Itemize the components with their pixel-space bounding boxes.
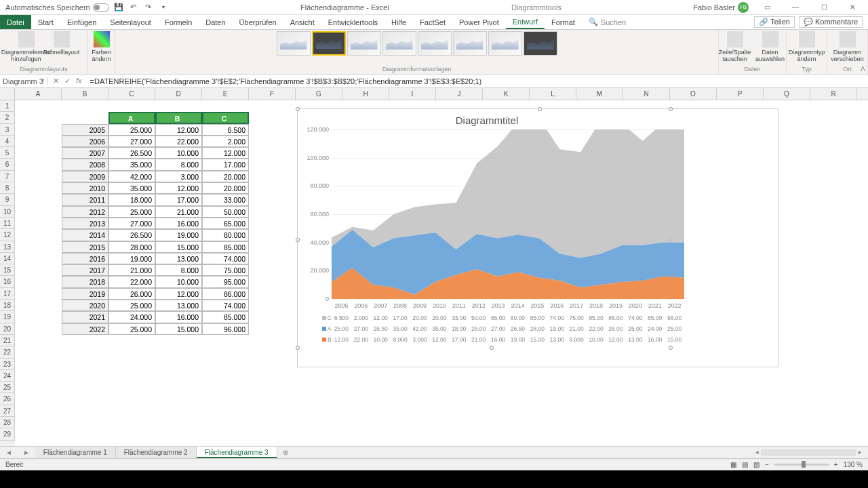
table-cell[interactable]: 12.000 <box>202 147 249 159</box>
table-cell[interactable]: 2016 <box>62 253 108 264</box>
table-cell[interactable]: 42.000 <box>108 171 155 182</box>
move-chart-button[interactable]: Diagramm verschieben <box>831 31 865 62</box>
table-cell[interactable]: 20.000 <box>202 171 249 182</box>
table-cell[interactable]: 26.000 <box>108 288 155 300</box>
table-cell[interactable]: 2013 <box>62 218 108 229</box>
table-cell[interactable]: 2007 <box>62 147 108 159</box>
row-header[interactable]: 11 <box>0 218 15 229</box>
table-cell[interactable]: 35.000 <box>108 182 155 194</box>
change-colors-button[interactable]: Farben ändern <box>85 31 119 62</box>
change-chart-type-button[interactable]: Diagrammtyp ändern <box>790 31 824 62</box>
chart-style-1[interactable] <box>277 31 311 56</box>
sheet-tab[interactable]: Flächendiagramme 2 <box>116 447 197 458</box>
table-cell[interactable]: 22.000 <box>155 136 202 147</box>
cancel-formula-icon[interactable]: ✕ <box>53 77 59 85</box>
row-header[interactable]: 13 <box>0 241 15 253</box>
table-cell[interactable]: 12.000 <box>155 182 202 194</box>
row-header[interactable]: 14 <box>0 253 15 264</box>
tab-datei[interactable]: Datei <box>0 15 31 29</box>
row-header[interactable]: 16 <box>0 276 15 287</box>
row-header[interactable]: 12 <box>0 229 15 241</box>
table-cell[interactable]: 17.000 <box>155 194 202 205</box>
table-cell[interactable]: 24.000 <box>108 311 155 323</box>
table-cell[interactable]: 27.000 <box>108 136 155 147</box>
row-header[interactable]: 25 <box>0 382 15 393</box>
name-box[interactable]: Diagramm 3 <box>0 77 47 85</box>
minimize-icon[interactable]: — <box>785 3 806 11</box>
row-header[interactable]: 7 <box>0 171 15 182</box>
table-cell[interactable]: 19.000 <box>155 229 202 241</box>
table-cell[interactable]: 27.000 <box>108 218 155 229</box>
table-cell[interactable]: 2009 <box>62 171 108 182</box>
tab-einfügen[interactable]: Einfügen <box>60 15 103 29</box>
table-cell[interactable]: 28.000 <box>108 241 155 253</box>
table-cell[interactable]: 17.000 <box>202 159 249 170</box>
table-cell[interactable]: 2019 <box>62 288 108 300</box>
sheet-tab[interactable]: Flächendiagramme 1 <box>35 447 116 458</box>
chart-style-7[interactable] <box>488 31 522 56</box>
table-cell[interactable]: 2008 <box>62 159 108 170</box>
col-header[interactable]: D <box>155 88 202 100</box>
row-header[interactable]: 28 <box>0 417 15 428</box>
table-cell[interactable]: 21.000 <box>155 206 202 218</box>
hscroll-bar[interactable] <box>761 449 856 456</box>
col-header[interactable]: I <box>389 88 436 100</box>
tab-hilfe[interactable]: Hilfe <box>384 15 413 29</box>
select-all-corner[interactable] <box>0 88 15 100</box>
table-cell[interactable]: 65.000 <box>202 218 249 229</box>
col-header[interactable]: L <box>530 88 576 100</box>
data-table[interactable]: ABC200525.00012.0006.500200627.00022.000… <box>62 112 249 335</box>
table-cell[interactable]: 8.000 <box>155 264 202 276</box>
sheet-nav-prev-icon[interactable]: ◄ <box>0 449 18 456</box>
table-cell[interactable]: 25.000 <box>108 300 155 311</box>
row-header[interactable]: 15 <box>0 264 15 276</box>
collapse-ribbon-icon[interactable]: ᐱ <box>861 65 865 73</box>
row-header[interactable]: 20 <box>0 323 15 335</box>
col-header[interactable]: N <box>623 88 670 100</box>
col-header[interactable]: Q <box>764 88 810 100</box>
table-cell[interactable]: 2018 <box>62 276 108 287</box>
switch-row-col-button[interactable]: Zeile/Spalte tauschen <box>718 31 752 62</box>
table-cell[interactable]: 85.000 <box>202 241 249 253</box>
table-cell[interactable]: 33.000 <box>202 194 249 205</box>
table-cell[interactable]: 15.000 <box>155 241 202 253</box>
col-header[interactable]: G <box>296 88 342 100</box>
zoom-level[interactable]: 130 % <box>844 461 863 468</box>
col-header[interactable]: P <box>717 88 764 100</box>
table-cell[interactable]: 2006 <box>62 136 108 147</box>
table-cell[interactable]: 12.000 <box>155 288 202 300</box>
add-sheet-icon[interactable]: ⊕ <box>277 449 294 456</box>
table-cell[interactable]: 35.000 <box>108 159 155 170</box>
table-cell[interactable]: 2005 <box>62 124 108 136</box>
autosave-toggle[interactable]: Automatisches Speichern <box>5 3 109 12</box>
chart-plot-area[interactable] <box>332 129 684 299</box>
table-cell[interactable]: 2.000 <box>202 136 249 147</box>
undo-icon[interactable]: ↶ <box>128 2 139 13</box>
row-header[interactable]: 10 <box>0 206 15 218</box>
zoom-out-icon[interactable]: − <box>765 461 769 468</box>
row-header[interactable]: 27 <box>0 405 15 417</box>
table-cell[interactable]: 16.000 <box>155 311 202 323</box>
sheet-nav-next-icon[interactable]: ► <box>18 449 35 456</box>
row-header[interactable]: 9 <box>0 194 15 205</box>
table-cell[interactable]: 2011 <box>62 194 108 205</box>
table-cell[interactable]: 15.000 <box>155 323 202 335</box>
chart-style-6[interactable] <box>453 31 487 56</box>
table-cell[interactable]: 16.000 <box>155 218 202 229</box>
table-cell[interactable]: 50.000 <box>202 206 249 218</box>
zoom-in-icon[interactable]: + <box>834 461 838 468</box>
row-header[interactable]: 2 <box>0 112 15 123</box>
hscroll-left-icon[interactable]: ◄ <box>754 449 760 455</box>
row-header[interactable]: 8 <box>0 182 15 194</box>
table-cell[interactable]: 2012 <box>62 206 108 218</box>
row-header[interactable]: 1 <box>0 100 15 112</box>
table-cell[interactable]: 12.000 <box>155 124 202 136</box>
table-cell[interactable]: 2014 <box>62 229 108 241</box>
table-cell[interactable]: 2021 <box>62 311 108 323</box>
row-header[interactable]: 6 <box>0 159 15 170</box>
table-cell[interactable]: 75.000 <box>202 264 249 276</box>
table-cell[interactable]: 2010 <box>62 182 108 194</box>
row-header[interactable]: 19 <box>0 311 15 323</box>
tab-seitenlayout[interactable]: Seitenlayout <box>103 15 158 29</box>
chart-style-8[interactable] <box>524 31 557 56</box>
